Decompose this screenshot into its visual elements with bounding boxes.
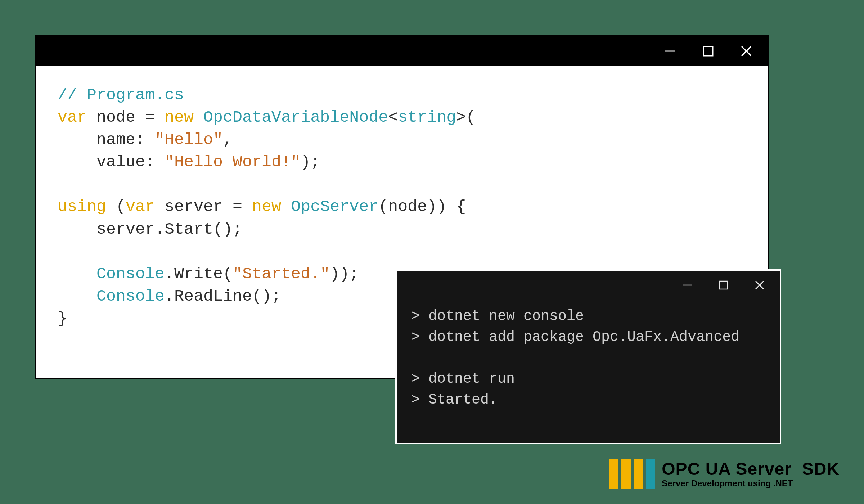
product-badge: OPC UA Server SDK Server Development usi…	[609, 459, 840, 489]
code-token: ,	[223, 131, 233, 149]
minimize-icon	[663, 44, 677, 58]
terminal-titlebar	[397, 271, 780, 300]
code-token: .ReadLine();	[165, 287, 281, 306]
logo-bar	[621, 459, 631, 489]
close-icon	[739, 44, 753, 58]
maximize-icon	[718, 280, 729, 291]
code-token: );	[301, 153, 320, 171]
code-token: new	[252, 198, 281, 216]
svg-rect-5	[720, 281, 728, 289]
terminal-line: > dotnet run	[411, 371, 515, 387]
code-comment: // Program.cs	[58, 86, 184, 104]
code-token: node =	[87, 108, 165, 127]
code-token: }	[58, 310, 67, 328]
close-icon	[754, 279, 765, 291]
terminal-line: > dotnet new console	[411, 308, 584, 324]
code-token: new	[165, 108, 194, 127]
code-token: var	[58, 108, 87, 127]
logo-icon	[609, 459, 655, 489]
code-token: OpcDataVariableNode	[194, 108, 388, 127]
maximize-icon	[702, 45, 714, 57]
code-token: Console	[96, 287, 165, 306]
code-token: server.Start();	[58, 220, 242, 239]
code-token: (node)) {	[378, 198, 466, 216]
terminal-window: > dotnet new console > dotnet add packag…	[395, 269, 781, 444]
code-token	[58, 287, 96, 306]
minimize-button[interactable]	[677, 274, 698, 296]
logo-bar	[609, 459, 618, 489]
code-token: var	[126, 198, 155, 216]
code-token: ));	[330, 265, 359, 283]
terminal-line: > dotnet add package Opc.UaFx.Advanced	[411, 329, 739, 345]
svg-rect-1	[703, 46, 713, 56]
code-token: name:	[58, 131, 155, 149]
minimize-icon	[681, 279, 694, 291]
badge-text: OPC UA Server SDK Server Development usi…	[662, 460, 840, 488]
badge-subtitle: Server Development using .NET	[662, 479, 840, 488]
code-token: .Write(	[165, 265, 233, 283]
close-button[interactable]	[734, 39, 758, 63]
code-token: server =	[155, 198, 252, 216]
code-token: string	[398, 108, 456, 127]
badge-title: OPC UA Server SDK	[662, 460, 840, 478]
code-token: "Started."	[233, 265, 330, 283]
code-token: <	[388, 108, 398, 127]
code-token: "Hello World!"	[165, 153, 301, 171]
terminal-line: > Started.	[411, 392, 498, 408]
code-token: (	[106, 198, 126, 216]
code-token: value:	[58, 153, 165, 171]
code-token: Console	[96, 265, 165, 283]
terminal-content: > dotnet new console > dotnet add packag…	[397, 300, 780, 425]
code-token: >(	[456, 108, 476, 127]
code-token: "Hello"	[155, 131, 223, 149]
minimize-button[interactable]	[658, 39, 682, 63]
code-token: OpcServer	[281, 198, 378, 216]
maximize-button[interactable]	[713, 274, 734, 296]
logo-bar	[646, 459, 655, 489]
logo-bar	[634, 459, 643, 489]
maximize-button[interactable]	[696, 39, 720, 63]
code-window-titlebar	[36, 36, 768, 66]
close-button[interactable]	[749, 274, 770, 296]
code-token	[58, 265, 96, 283]
code-token: using	[58, 198, 106, 216]
